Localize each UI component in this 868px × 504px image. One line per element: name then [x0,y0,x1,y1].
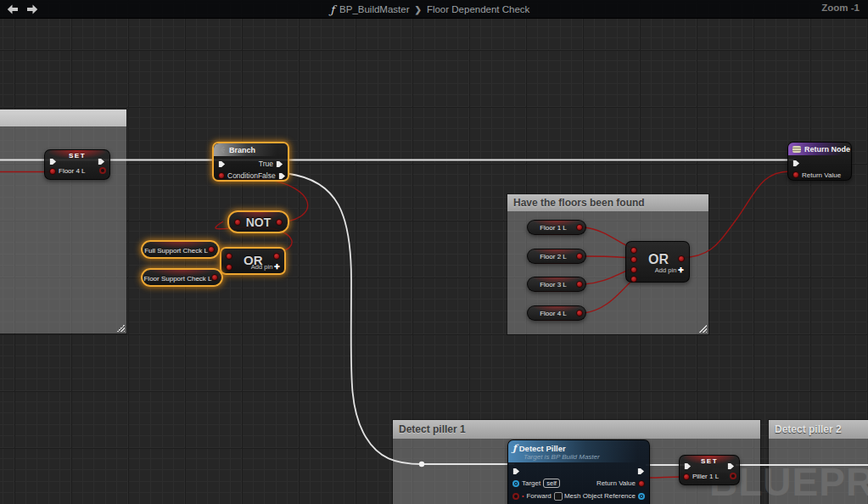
breadcrumb-root[interactable]: BP_BuildMaster [339,4,409,14]
variable-label: Floor 3 L [528,281,579,288]
variable-pin-row: Floor 4 L [49,167,86,175]
exec-in-pin[interactable] [218,160,226,168]
comment-title: Detect piller 1 [399,423,466,435]
bool-output-pin[interactable] [638,480,645,487]
bool-input-pin[interactable] [49,168,56,175]
pin-label: True [259,160,273,168]
bool-input-pin[interactable] [792,171,799,178]
false-pin-group: False [258,171,286,180]
bool-input-pin-1[interactable] [226,253,232,260]
comment-title: Have the floors been found [513,197,645,209]
variable-pin-row: Piller 1 L [683,473,719,480]
mesh-object-pin[interactable] [638,493,645,500]
add-pin-label: Add pin [251,263,272,271]
forward-button[interactable] [26,4,38,14]
variable-label: Floor 4 L [59,167,86,175]
bool-output-pin[interactable] [208,246,215,253]
exec-in-pin[interactable] [792,160,800,167]
bool-output-pin[interactable] [678,255,685,262]
back-button[interactable] [7,4,19,14]
add-pin-label: Add pin [655,266,676,274]
node-header: Branch [214,143,288,156]
node-header: Return Node [788,143,851,155]
bool-output-pin[interactable] [576,310,583,316]
self-value-box[interactable]: self [543,479,560,488]
node-full-support-check[interactable]: Full Support Check L [141,240,220,259]
node-not[interactable]: NOT [227,210,289,233]
exec-in-pin[interactable] [684,462,692,470]
exec-out-pin[interactable] [727,462,735,470]
blueprint-editor: { "topbar": { "function_glyph": "ƒ", "br… [0,0,868,504]
bool-input-pin-1[interactable] [630,247,637,254]
bool-output-pin[interactable] [276,219,283,226]
bool-output-pin[interactable] [99,167,106,174]
node-set-floor4[interactable]: SET Floor 4 L [44,149,110,180]
pin-label: Target [522,479,540,487]
add-pin-button[interactable]: Add pin ✚ [251,263,280,271]
advanced-dot-icon: • [522,493,524,499]
node-floor-support-check[interactable]: Floor Support Check L [141,268,223,287]
comment-resize-handle[interactable] [699,325,707,333]
mesh-pin-group: Mesh Object Reference [564,492,645,500]
pin-label: Forward [526,492,551,500]
comment-body [769,439,868,504]
exec-out-pin[interactable] [98,158,105,165]
comment-box-piller2[interactable]: Detect piller 2 [768,419,868,504]
forward-pin[interactable] [512,493,519,500]
bool-input-pin-2[interactable] [226,264,232,271]
pin-label: Return Value [596,479,636,487]
condition-pin[interactable] [218,172,225,179]
node-return[interactable]: Return Node Return Value [787,142,852,181]
exec-in-pin[interactable] [512,468,520,475]
bool-output-pin[interactable] [730,473,736,479]
node-floor1-get[interactable]: Floor 1 L [527,220,586,235]
bool-output-pin[interactable] [576,281,583,288]
bool-output-pin[interactable] [273,253,280,260]
node-floor3-get[interactable]: Floor 3 L [527,277,586,292]
forward-arrow-icon [26,4,38,14]
pin-label: Mesh Object Reference [564,492,636,500]
add-pin-button[interactable]: Add pin ✚ [655,266,684,274]
node-branch[interactable]: Branch True Condition False [212,142,289,182]
exec-true-pin[interactable] [276,160,283,168]
comment-title-bar[interactable]: Detect piller 1 [393,420,760,439]
exec-out-pin[interactable] [637,468,645,475]
node-or-floors[interactable]: OR Add pin ✚ [625,241,690,283]
branch-icon [218,146,226,154]
bool-input-pin-2[interactable] [630,256,637,263]
exec-in-pin[interactable] [49,158,57,165]
exec-false-pin[interactable] [278,172,286,180]
comment-resize-handle[interactable] [117,324,125,332]
forward-pin-group: • Forward [512,492,563,501]
bool-input-pin[interactable] [683,473,690,480]
comment-title-bar[interactable]: Have the floors been found [507,194,708,211]
bool-input-pin-3[interactable] [630,266,637,273]
bool-output-pin[interactable] [211,274,218,281]
add-pin-plus-icon: ✚ [274,263,280,271]
chevron-right-icon: ❯ [415,5,422,14]
node-title: Return Node [804,145,850,154]
target-pin[interactable] [512,480,519,487]
forward-checkbox[interactable] [554,492,563,501]
bool-input-pin-4[interactable] [630,276,637,283]
return-value-group: Return Value [792,171,841,179]
pin-row: Target self Return Value [508,477,649,490]
operator-label: OR [648,253,669,266]
bool-output-pin[interactable] [576,253,583,260]
breadcrumb-current[interactable]: Floor Dependent Check [427,4,529,14]
node-title: Detect Piller [519,444,566,453]
node-or[interactable]: OR Add pin ✚ [220,247,286,275]
comment-title-bar[interactable]: Detect piller 2 [769,420,868,439]
comment-title-bar[interactable] [0,109,126,126]
comment-box-left[interactable] [0,109,127,334]
zoom-level-indicator: Zoom -1 [821,3,860,13]
variable-label: Floor Support Check L [143,275,213,283]
node-detect-piller[interactable]: ƒ Detect Piller Target is BP Build Maste… [507,440,650,504]
function-icon: ƒ [512,443,517,454]
bool-output-pin[interactable] [576,224,583,231]
node-header: ƒ Detect Piller Target is BP Build Maste… [508,440,649,462]
node-set-piller1[interactable]: SET Piller 1 L [679,455,740,485]
node-floor4-get[interactable]: Floor 4 L [527,305,586,321]
node-floor2-get[interactable]: Floor 2 L [527,249,586,264]
bool-input-pin[interactable] [234,219,241,226]
